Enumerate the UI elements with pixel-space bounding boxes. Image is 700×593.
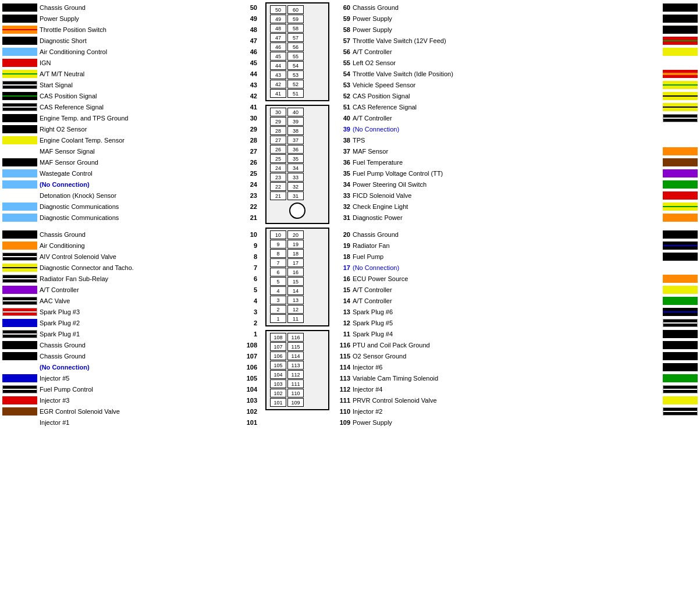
wire-color-swatch bbox=[2, 15, 37, 23]
wire-color-swatch bbox=[663, 319, 698, 327]
pin-number: 11 bbox=[336, 331, 353, 338]
pin-label: (No Connection) bbox=[353, 126, 660, 133]
left-pin-row: Air Conditioning Control46 bbox=[2, 47, 258, 57]
wire-color-swatch bbox=[663, 81, 698, 89]
right-pin-row: 59Power Supply bbox=[336, 13, 698, 24]
connector-pin-pair: 212 bbox=[270, 305, 325, 314]
wire-color-swatch bbox=[663, 59, 698, 67]
wire-color-swatch bbox=[2, 264, 37, 272]
pin-label: Spark Plug #4 bbox=[353, 331, 660, 338]
connector-pin-pair: 2232 bbox=[270, 182, 325, 191]
connector-pin-pair: 103111 bbox=[270, 379, 325, 388]
right-pin-row: 53Vehicle Speed Sensor bbox=[336, 80, 698, 90]
connector-pin-left: 7 bbox=[270, 258, 286, 267]
pin-label: Diagnostic Communications bbox=[40, 214, 240, 221]
pin-label: Fuel Pump Control bbox=[40, 386, 240, 393]
wire-color-swatch bbox=[2, 103, 37, 111]
right-pin-row: 51CAS Reference Signal bbox=[336, 102, 698, 112]
pin-number: 47 bbox=[240, 37, 258, 44]
connector-pin-pair: 106114 bbox=[270, 351, 325, 360]
pin-number: 60 bbox=[336, 4, 353, 11]
connector-pin-pair: 4454 bbox=[270, 61, 325, 70]
wire-color-swatch bbox=[663, 418, 698, 427]
right-pin-row: 18Fuel Pump bbox=[336, 251, 698, 262]
connector-pin-left: 30 bbox=[270, 108, 286, 116]
pin-label: Fuel Temperature bbox=[353, 159, 660, 166]
wire-color-swatch bbox=[2, 242, 37, 250]
connector-pin-right: 20 bbox=[287, 230, 304, 239]
pin-number: 15 bbox=[336, 286, 353, 293]
connector-pin-right: 51 bbox=[287, 89, 304, 98]
connector-pin-pair: 102110 bbox=[270, 389, 325, 397]
pin-label: Detonation (Knock) Sensor bbox=[40, 192, 240, 199]
right-pin-row: 114Injector #6 bbox=[336, 362, 698, 372]
pin-label: EGR Control Solenoid Valve bbox=[40, 408, 240, 415]
divider bbox=[336, 223, 698, 229]
wire-color-swatch bbox=[663, 297, 698, 305]
pin-number: 22 bbox=[240, 203, 258, 210]
left-pin-row: Throttle Position Switch48 bbox=[2, 24, 258, 35]
connector-pin-right: 115 bbox=[287, 342, 304, 351]
right-pin-row: 113Variable Cam Timing Solenoid bbox=[336, 373, 698, 384]
pin-label: Chassis Ground bbox=[40, 353, 240, 360]
wire-color-swatch bbox=[2, 214, 37, 222]
left-panel: Chassis Ground50Power Supply49Throttle P… bbox=[2, 2, 258, 428]
pin-label: A/T Controller bbox=[353, 48, 660, 55]
connector-pin-pair: 2838 bbox=[270, 126, 325, 135]
pin-number: 21 bbox=[240, 214, 258, 221]
wire-color-swatch bbox=[2, 297, 37, 305]
pin-number: 23 bbox=[240, 192, 258, 199]
pin-label: PRVR Control Solenoid Valve bbox=[353, 397, 660, 404]
connector-pin-right: 114 bbox=[287, 351, 304, 360]
wire-color-swatch bbox=[663, 70, 698, 78]
pin-number: 5 bbox=[240, 286, 258, 293]
connector-pin-left: 49 bbox=[270, 15, 286, 23]
pin-number: 28 bbox=[240, 137, 258, 144]
connector-pin-pair: 818 bbox=[270, 249, 325, 258]
pin-label: Variable Cam Timing Solenoid bbox=[353, 375, 660, 382]
connector-pin-right: 19 bbox=[287, 240, 304, 248]
connector-pin-pair: 104112 bbox=[270, 370, 325, 379]
pin-number: 8 bbox=[240, 253, 258, 260]
connector-pin-right: 110 bbox=[287, 389, 304, 397]
connector-pin-right: 15 bbox=[287, 277, 304, 286]
connector-pin-right: 12 bbox=[287, 305, 304, 314]
wire-color-swatch bbox=[663, 242, 698, 250]
connector-pin-right: 16 bbox=[287, 268, 304, 276]
pin-label: Throttle Position Switch bbox=[40, 26, 240, 33]
connector-pin-right: 32 bbox=[287, 182, 304, 191]
wire-color-swatch bbox=[2, 275, 37, 283]
left-pin-row: (No Connection)106 bbox=[2, 362, 258, 372]
connector-pin-right: 109 bbox=[287, 398, 304, 407]
connector-pin-left: 22 bbox=[270, 182, 286, 191]
pin-label: (No Connection) bbox=[40, 181, 240, 188]
pin-number: 106 bbox=[240, 364, 258, 371]
connector-pin-left: 5 bbox=[270, 277, 286, 286]
pin-label: IGN bbox=[40, 59, 240, 66]
pin-number: 30 bbox=[240, 115, 258, 122]
connector-pin-left: 1 bbox=[270, 314, 286, 323]
pin-number: 27 bbox=[240, 148, 258, 155]
pin-label: PTU and Coil Pack Ground bbox=[353, 342, 660, 349]
pin-label: Chassis Ground bbox=[40, 342, 240, 349]
connector-pin-left: 9 bbox=[270, 240, 286, 248]
connector-pin-pair: 717 bbox=[270, 258, 325, 267]
connector-pin-left: 3 bbox=[270, 296, 286, 304]
pin-number: 113 bbox=[336, 375, 353, 382]
pin-number: 13 bbox=[336, 308, 353, 315]
pin-number: 116 bbox=[336, 342, 353, 349]
pin-label: Spark Plug #6 bbox=[353, 308, 660, 315]
pin-number: 3 bbox=[240, 308, 258, 315]
connector-pin-pair: 111 bbox=[270, 314, 325, 323]
wire-color-swatch bbox=[2, 203, 37, 211]
connector-pin-left: 23 bbox=[270, 173, 286, 182]
pin-number: 24 bbox=[240, 181, 258, 188]
pin-number: 48 bbox=[240, 26, 258, 33]
pin-label: Power Supply bbox=[353, 15, 660, 22]
connector-pin-left: 102 bbox=[270, 389, 286, 397]
pin-label: MAF Sensor Signal bbox=[40, 148, 240, 155]
pin-label: Power Supply bbox=[353, 26, 660, 33]
connector-pin-pair: 1020 bbox=[270, 230, 325, 239]
left-pin-row: Chassis Ground50 bbox=[2, 2, 258, 13]
connector-pin-left: 50 bbox=[270, 5, 286, 14]
